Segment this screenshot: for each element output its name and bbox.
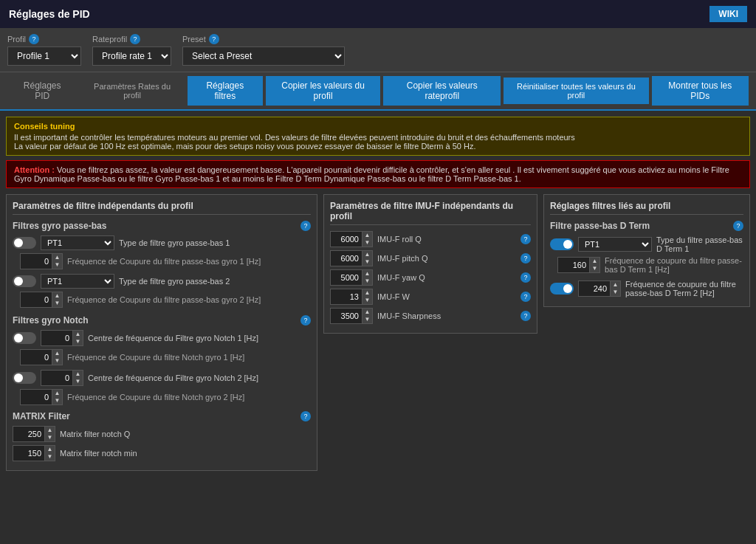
notch-filter2-toggle[interactable]: [13, 372, 36, 384]
dterm-filter2-freq-down[interactable]: ▼: [610, 289, 620, 296]
imuf-pitchq-label: IMU-F pitch Q: [377, 254, 516, 263]
gyro-filter1-type-label: Type de filtre gyro passe-bas 1: [119, 238, 311, 247]
notch-filter2-freq-down[interactable]: ▼: [52, 397, 62, 404]
notch-filter2-freq-up[interactable]: ▲: [52, 390, 62, 397]
gyro-filter2-type-select[interactable]: PT1BIQUAD: [41, 274, 114, 289]
rateprofil-help-icon[interactable]: ?: [130, 34, 140, 44]
imuf-sharpness-help-icon[interactable]: ?: [520, 311, 531, 321]
imuf-sharpness-down[interactable]: ▼: [362, 316, 372, 323]
dterm-filter1-freq-down[interactable]: ▼: [589, 265, 599, 272]
dterm-section-title: Filtre passe-bas D Term: [550, 221, 650, 231]
imuf-w-up[interactable]: ▲: [362, 289, 372, 297]
matrix-notchmin-down[interactable]: ▼: [44, 453, 55, 461]
notch-filter2-centre-down[interactable]: ▼: [72, 378, 83, 385]
dterm-filter1-type-select[interactable]: PT1BIQUAD: [578, 237, 652, 252]
notch-filter1-centre-row: ▲ ▼ Centre de fréquence du Filtre gyro N…: [13, 330, 311, 346]
imuf-pitchq-input[interactable]: [331, 252, 362, 264]
dterm-filter2-freq-input[interactable]: [579, 283, 610, 295]
imuf-pitchq-down[interactable]: ▼: [362, 258, 372, 266]
dterm-filter2-freq-spinbox: ▲ ▼: [578, 280, 621, 297]
matrix-notchq-up[interactable]: ▲: [44, 427, 55, 434]
imuf-sharpness-spinbtns: ▲ ▼: [362, 309, 372, 323]
imuf-w-input[interactable]: [331, 291, 362, 303]
notch-filter1-freq-spinbtns: ▲ ▼: [52, 350, 62, 365]
imuf-rollq-up[interactable]: ▲: [362, 232, 372, 239]
imuf-w-spinbtns: ▲ ▼: [362, 289, 372, 304]
imuf-pitchq-up[interactable]: ▲: [362, 251, 372, 258]
notch-filter1-freq-row: ▲ ▼ Fréquence de Coupure du filtre Notch…: [20, 349, 311, 365]
imuf-w-down[interactable]: ▼: [362, 297, 372, 304]
matrix-notchmin-spinbtns: ▲ ▼: [44, 446, 55, 461]
dterm-filter1-freq-up[interactable]: ▲: [589, 258, 599, 265]
panel-right-title: Réglages filtres liés au profil: [550, 201, 743, 215]
gyro-filter2-freq-up[interactable]: ▲: [52, 292, 62, 300]
copier-profil-button[interactable]: Copier les valeurs du profil: [266, 76, 380, 106]
imuf-rollq-help-icon[interactable]: ?: [520, 234, 531, 244]
tab-bar: Réglages PID Paramètres Rates du profil …: [0, 72, 756, 111]
gyro-filter1-freq-label: Fréquence de Coupure du filtre passe-bas…: [67, 257, 311, 266]
imuf-sharpness-row: ▲ ▼ IMU-F Sharpness ?: [330, 308, 531, 324]
notch-filter2-freq-input[interactable]: [21, 391, 52, 403]
matrix-notchmin-label: Matrix filter notch min: [60, 449, 311, 458]
imuf-pitchq-help-icon[interactable]: ?: [520, 253, 531, 264]
preset-help-icon[interactable]: ?: [209, 34, 219, 44]
gyro-filter2-row: PT1BIQUAD Type de filtre gyro passe-bas …: [13, 274, 311, 289]
dterm-filter2-toggle[interactable]: [550, 283, 574, 295]
imuf-yawq-down[interactable]: ▼: [362, 278, 372, 285]
notch-filter1-freq-up[interactable]: ▲: [52, 350, 62, 357]
gyro-filter2-freq-down[interactable]: ▼: [52, 300, 62, 307]
tab-reglages-filtres[interactable]: Réglages filtres: [188, 76, 263, 106]
matrix-notchmin-up[interactable]: ▲: [44, 446, 55, 453]
gyro-passebas-help-icon[interactable]: ?: [300, 221, 311, 231]
gyro-filter1-freq-up[interactable]: ▲: [52, 254, 62, 261]
gyro-filter2-freq-spinbtns: ▲ ▼: [52, 292, 62, 307]
profil-help-icon[interactable]: ?: [29, 34, 39, 44]
imuf-yawq-help-icon[interactable]: ?: [520, 272, 531, 283]
notch-filter2-centre-up[interactable]: ▲: [72, 371, 83, 378]
matrix-help-icon[interactable]: ?: [300, 411, 311, 421]
notch-filter1-centre-up[interactable]: ▲: [72, 331, 83, 338]
gyro-filter1-toggle[interactable]: [13, 237, 36, 249]
dterm-filter1-toggle[interactable]: [550, 238, 574, 250]
matrix-notchmin-input[interactable]: [13, 447, 44, 459]
imuf-yawq-input[interactable]: [331, 272, 362, 283]
gyro-filter1-freq-input[interactable]: [21, 255, 52, 267]
imuf-rollq-down[interactable]: ▼: [362, 239, 372, 247]
notch-filter1-centre-input[interactable]: [41, 332, 72, 344]
matrix-notchq-input[interactable]: [13, 428, 44, 440]
dterm-filter1-type-label: Type du filtre passe-bas D Term 1: [656, 235, 743, 253]
gyro-filter2-toggle[interactable]: [13, 275, 36, 287]
dterm-filter2-row: ▲ ▼ Fréquence de coupure du filtre passe…: [550, 280, 743, 297]
notch-filter1-freq-down[interactable]: ▼: [52, 357, 62, 365]
dterm-filter2-freq-up[interactable]: ▲: [610, 281, 620, 289]
notch-filter1-centre-down[interactable]: ▼: [72, 338, 83, 345]
imuf-sharpness-up[interactable]: ▲: [362, 309, 372, 316]
gyro-passebas-header: Filtres gyro passe-bas ?: [13, 221, 311, 231]
profil-select[interactable]: Profile 1 Profile 2: [7, 47, 81, 66]
rateprofil-select[interactable]: Profile rate 1 Profile rate 2: [92, 47, 171, 66]
tab-params-rates[interactable]: Paramètres Rates du profil: [78, 78, 185, 104]
notch-filter2-centre-input[interactable]: [41, 372, 72, 384]
reinitialiser-button[interactable]: Réinitialiser toutes les valeurs du prof…: [504, 78, 648, 104]
dterm-filter1-freq-input[interactable]: [558, 259, 589, 271]
imuf-rollq-label: IMU-F roll Q: [377, 235, 516, 244]
gyro-notch-help-icon[interactable]: ?: [300, 315, 311, 326]
gyro-filter1-freq-down[interactable]: ▼: [52, 261, 62, 269]
gyro-filter2-freq-input[interactable]: [21, 294, 52, 306]
tab-reglages-pid[interactable]: Réglages PID: [7, 76, 77, 106]
wiki-button[interactable]: WIKI: [709, 6, 747, 22]
notch-filter1-freq-input[interactable]: [21, 351, 52, 363]
dterm-help-icon[interactable]: ?: [733, 221, 743, 231]
gyro-filter1-type-select[interactable]: PT1BIQUAD: [41, 235, 114, 250]
imuf-yawq-up[interactable]: ▲: [362, 270, 372, 278]
preset-select[interactable]: Select a Preset: [182, 47, 345, 66]
imuf-w-help-icon[interactable]: ?: [520, 292, 531, 302]
gyro-notch-title: Filtres gyro Notch: [13, 315, 89, 326]
copier-rate-button[interactable]: Copier les valeurs rateprofil: [383, 76, 501, 106]
gyro-filter1-row: PT1BIQUAD Type de filtre gyro passe-bas …: [13, 235, 311, 250]
imuf-rollq-input[interactable]: [331, 233, 362, 245]
notch-filter1-toggle[interactable]: [13, 332, 36, 344]
matrix-notchq-down[interactable]: ▼: [44, 434, 55, 441]
imuf-sharpness-input[interactable]: [331, 310, 362, 322]
montrer-pids-button[interactable]: Montrer tous les PIDs: [652, 76, 749, 106]
